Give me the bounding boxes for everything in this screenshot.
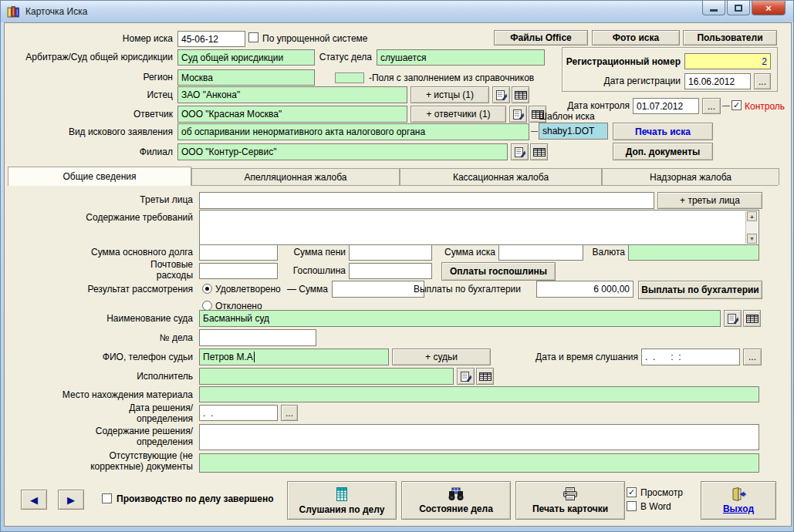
- accounting-payments-button[interactable]: Выплаты по бухгалтерии: [638, 281, 762, 299]
- claims-content-label: Содержание требований: [17, 212, 193, 223]
- control-checkbox[interactable]: ✓: [731, 100, 742, 110]
- office-files-button[interactable]: Файлы Office: [494, 30, 588, 45]
- claims-content-textarea[interactable]: ▲ ▼: [199, 210, 759, 245]
- executor-label: Исполнитель: [17, 371, 193, 382]
- registration-date-field[interactable]: 16.06.2012: [684, 73, 751, 89]
- principal-sum-field[interactable]: [199, 244, 278, 261]
- registration-date-picker-button[interactable]: ...: [754, 73, 771, 89]
- simplified-checkbox[interactable]: [248, 32, 258, 42]
- control-date-label: Дата контроля: [554, 100, 630, 111]
- accounting-payments-label: Выплаты по бухгалтерии: [409, 284, 521, 295]
- case-status-label: Статус дела: [310, 52, 372, 62]
- claim-number-field[interactable]: 45-06-12: [177, 31, 245, 47]
- executor-table-button[interactable]: [476, 368, 494, 385]
- duty-field[interactable]: [349, 263, 432, 279]
- print-claim-button[interactable]: Печать иска: [613, 123, 713, 140]
- case-hearings-button[interactable]: Слушания по делу: [287, 481, 397, 520]
- hearing-datetime-picker-button[interactable]: ...: [743, 348, 762, 365]
- tab-supervisory[interactable]: Надзорная жалоба: [602, 168, 779, 185]
- maximize-button[interactable]: [727, 1, 750, 15]
- branch-field[interactable]: ООО "Контур-Сервис": [177, 143, 508, 160]
- postage-field[interactable]: [199, 263, 278, 279]
- case-number-field[interactable]: [199, 329, 316, 346]
- tab-cassation[interactable]: Кассационная жалоба: [400, 168, 602, 185]
- claim-template-label: Шаблон иска: [539, 111, 595, 122]
- table-icon: [746, 313, 759, 325]
- case-finished-checkbox[interactable]: [102, 493, 112, 503]
- court-table-button[interactable]: [743, 310, 761, 327]
- decision-date-label: Дата решения/ определения: [86, 402, 193, 424]
- print-card-button[interactable]: Печать карточки: [515, 481, 625, 520]
- maximize-icon: [735, 5, 742, 12]
- third-parties-label: Третьи лица: [17, 194, 193, 205]
- registration-date-label: Дата регистрации: [579, 76, 681, 86]
- window-title: Карточка Иска: [25, 6, 87, 17]
- plaintiff-table-button[interactable]: [512, 86, 529, 103]
- books-icon: [7, 5, 21, 18]
- court-type-field[interactable]: Суд общей юрисдикции: [177, 49, 315, 66]
- claim-template-field[interactable]: shaby1.DOT: [539, 123, 608, 140]
- registration-number-field[interactable]: 2: [684, 53, 771, 69]
- decision-content-textarea[interactable]: [199, 424, 759, 450]
- penalty-sum-label: Сумма пени: [276, 247, 346, 258]
- case-finished-label: Производство по делу завершено: [117, 493, 274, 504]
- third-parties-field[interactable]: [199, 192, 654, 209]
- decision-date-field[interactable]: . .: [199, 405, 278, 421]
- extra-documents-button[interactable]: Доп. документы: [613, 143, 713, 160]
- defendant-field[interactable]: ООО "Красная Москва": [177, 106, 407, 123]
- judges-list-button[interactable]: + судьи: [392, 348, 491, 365]
- case-state-button[interactable]: Состояние дела: [401, 481, 511, 520]
- tab-general[interactable]: Общие сведения: [8, 167, 191, 186]
- judge-field[interactable]: Петров М.А: [199, 348, 389, 365]
- result-label: Результат рассмотрения: [17, 284, 193, 295]
- case-status-field[interactable]: слушается: [377, 49, 545, 66]
- court-card-button[interactable]: [724, 310, 742, 327]
- minimize-button[interactable]: [702, 1, 725, 15]
- currency-field[interactable]: [628, 244, 759, 261]
- close-button[interactable]: ×: [752, 1, 786, 15]
- scroll-down-icon[interactable]: ▼: [747, 234, 757, 244]
- users-button[interactable]: Пользователи: [683, 30, 777, 45]
- next-record-button[interactable]: ▶: [58, 490, 84, 510]
- court-name-field[interactable]: Басманный суд: [199, 310, 721, 327]
- branch-card-button[interactable]: [511, 143, 529, 160]
- window-controls: ×: [702, 1, 786, 15]
- prev-record-button[interactable]: ◀: [21, 490, 47, 510]
- duty-payments-button[interactable]: Оплаты госпошлины: [441, 262, 556, 281]
- defendant-card-button[interactable]: [509, 106, 527, 123]
- control-connector-line: [722, 106, 730, 106]
- region-field[interactable]: Москва: [177, 69, 315, 86]
- word-checkbox[interactable]: [627, 501, 637, 511]
- hearing-datetime-field[interactable]: . . : :: [641, 348, 740, 365]
- defendants-list-button[interactable]: + ответчики (1): [411, 106, 506, 123]
- satisfied-radio[interactable]: [202, 284, 212, 294]
- third-parties-list-button[interactable]: + третьи лица: [657, 192, 762, 209]
- claim-sum-label: Сумма иска: [424, 247, 495, 258]
- court-name-label: Наименование суда: [17, 313, 193, 324]
- penalty-sum-field[interactable]: [349, 244, 432, 261]
- plaintiff-field[interactable]: ЗАО "Анкона": [177, 86, 407, 103]
- claim-photo-button[interactable]: Фото иска: [592, 30, 680, 45]
- control-date-field[interactable]: 01.07.2012: [633, 98, 699, 114]
- executor-card-button[interactable]: [457, 368, 475, 385]
- claim-kind-label: Вид искового заявления: [12, 126, 173, 137]
- missing-docs-label: Отсутствующие (не корректные) документы: [63, 450, 193, 472]
- plaintiffs-list-button[interactable]: + истцы (1): [411, 86, 489, 103]
- form-icon: [514, 146, 526, 158]
- claim-kind-field[interactable]: об оспаривании ненормативного акта налог…: [177, 123, 529, 140]
- table-icon: [533, 146, 546, 158]
- exit-button[interactable]: Выход: [701, 481, 776, 520]
- claims-content-scrollbar[interactable]: ▲ ▼: [745, 211, 758, 244]
- tab-appeal[interactable]: Апелляционная жалоба: [191, 168, 400, 185]
- decision-date-picker-button[interactable]: ...: [281, 405, 298, 421]
- control-date-picker-button[interactable]: ...: [702, 98, 721, 114]
- binoculars-icon: [448, 487, 465, 501]
- branch-table-button[interactable]: [530, 143, 548, 160]
- scroll-up-icon[interactable]: ▲: [747, 211, 757, 221]
- missing-docs-field[interactable]: [199, 453, 759, 473]
- accounting-payments-field[interactable]: 6 000,00: [536, 281, 634, 298]
- plaintiff-card-button[interactable]: [492, 86, 510, 103]
- preview-checkbox[interactable]: ✓: [627, 487, 637, 497]
- material-location-field[interactable]: [199, 386, 759, 402]
- executor-field[interactable]: [199, 368, 454, 385]
